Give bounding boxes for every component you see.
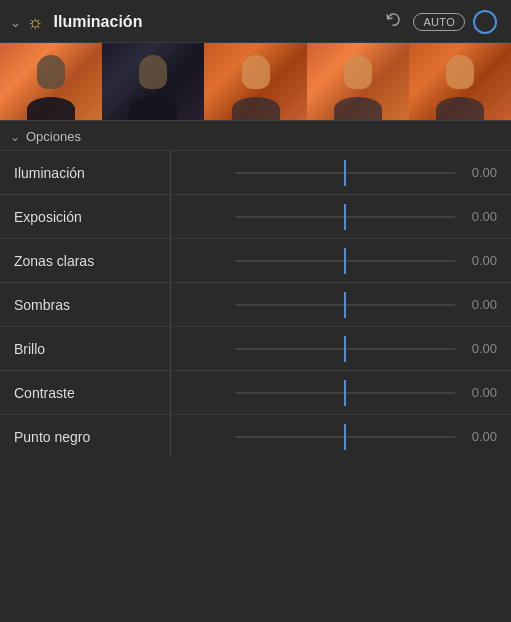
slider-value-brillo: 0.00 bbox=[455, 341, 497, 356]
slider-value-contraste: 0.00 bbox=[455, 385, 497, 400]
slider-label-iluminacion: Iluminación bbox=[14, 165, 235, 181]
slider-label-zonas-claras: Zonas claras bbox=[14, 253, 235, 269]
slider-track-brillo[interactable] bbox=[235, 327, 456, 371]
slider-handle-sombras bbox=[344, 292, 346, 318]
slider-row-punto-negro[interactable]: Punto negro 0.00 bbox=[0, 414, 511, 458]
undo-button[interactable] bbox=[381, 10, 405, 34]
thumbnail-image-2 bbox=[102, 43, 204, 121]
divider-line-5 bbox=[170, 327, 171, 370]
slider-handle-exposicion bbox=[344, 204, 346, 230]
slider-row-iluminacion[interactable]: Iluminación 0.00 bbox=[0, 150, 511, 194]
slider-label-contraste: Contraste bbox=[14, 385, 235, 401]
illumination-panel: ⌄ ☼ Iluminación AUTO bbox=[0, 0, 511, 622]
slider-value-punto-negro: 0.00 bbox=[455, 429, 497, 444]
slider-value-exposicion: 0.00 bbox=[455, 209, 497, 224]
thumbnail-image-5 bbox=[409, 43, 511, 121]
slider-value-sombras: 0.00 bbox=[455, 297, 497, 312]
circle-toggle-button[interactable] bbox=[473, 10, 497, 34]
illumination-icon: ☼ bbox=[27, 12, 44, 33]
divider-line-4 bbox=[170, 283, 171, 326]
slider-track-sombras[interactable] bbox=[235, 283, 456, 327]
slider-label-brillo: Brillo bbox=[14, 341, 235, 357]
options-section: ⌄ Opciones Iluminación 0.00 Exposición 0… bbox=[0, 121, 511, 622]
options-header: ⌄ Opciones bbox=[0, 121, 511, 150]
slider-track-punto-negro[interactable] bbox=[235, 415, 456, 459]
slider-track-zonas-claras[interactable] bbox=[235, 239, 456, 283]
thumbnail-5[interactable] bbox=[409, 43, 511, 121]
slider-handle-brillo bbox=[344, 336, 346, 362]
thumbnail-image-3 bbox=[204, 43, 306, 121]
slider-row-sombras[interactable]: Sombras 0.00 bbox=[0, 282, 511, 326]
options-title: Opciones bbox=[26, 129, 81, 144]
slider-row-exposicion[interactable]: Exposición 0.00 bbox=[0, 194, 511, 238]
slider-track-contraste[interactable] bbox=[235, 371, 456, 415]
auto-button[interactable]: AUTO bbox=[413, 13, 465, 31]
panel-header: ⌄ ☼ Iluminación AUTO bbox=[0, 0, 511, 43]
slider-label-punto-negro: Punto negro bbox=[14, 429, 235, 445]
slider-handle-contraste bbox=[344, 380, 346, 406]
options-chevron-icon[interactable]: ⌄ bbox=[10, 130, 20, 144]
thumbnail-2[interactable] bbox=[102, 43, 204, 121]
slider-value-zonas-claras: 0.00 bbox=[455, 253, 497, 268]
slider-value-iluminacion: 0.00 bbox=[455, 165, 497, 180]
divider-line-6 bbox=[170, 371, 171, 414]
header-actions: AUTO bbox=[381, 10, 497, 34]
slider-row-contraste[interactable]: Contraste 0.00 bbox=[0, 370, 511, 414]
slider-label-sombras: Sombras bbox=[14, 297, 235, 313]
slider-row-zonas-claras[interactable]: Zonas claras 0.00 bbox=[0, 238, 511, 282]
slider-row-brillo[interactable]: Brillo 0.00 bbox=[0, 326, 511, 370]
thumbnail-4[interactable] bbox=[307, 43, 409, 121]
thumbnail-image-4 bbox=[307, 43, 409, 121]
thumbnail-1[interactable] bbox=[0, 43, 102, 121]
slider-handle-iluminacion bbox=[344, 160, 346, 186]
slider-track-exposicion[interactable] bbox=[235, 195, 456, 239]
collapse-chevron-icon[interactable]: ⌄ bbox=[10, 15, 21, 30]
thumbnail-image-1 bbox=[0, 43, 102, 121]
thumbnails-strip bbox=[0, 43, 511, 121]
panel-title: Iluminación bbox=[54, 13, 376, 31]
slider-label-exposicion: Exposición bbox=[14, 209, 235, 225]
slider-handle-punto-negro bbox=[344, 424, 346, 450]
divider-line bbox=[170, 151, 171, 194]
divider-line-7 bbox=[170, 415, 171, 458]
slider-track-iluminacion[interactable] bbox=[235, 151, 456, 195]
thumbnail-3[interactable] bbox=[204, 43, 306, 121]
slider-handle-zonas-claras bbox=[344, 248, 346, 274]
divider-line-3 bbox=[170, 239, 171, 282]
divider-line-2 bbox=[170, 195, 171, 238]
